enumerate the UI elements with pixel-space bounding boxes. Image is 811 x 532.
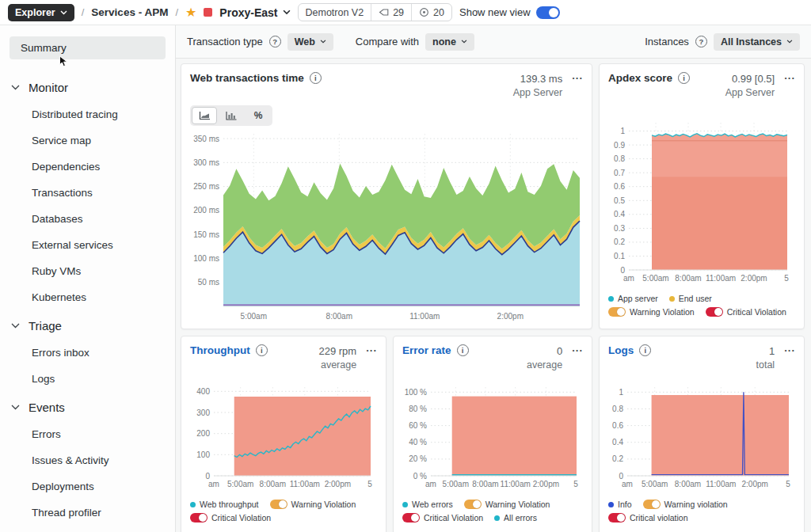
svg-text:0.2: 0.2: [614, 238, 625, 247]
info-icon[interactable]: i: [457, 344, 469, 356]
apdex-chart[interactable]: 00.10.20.30.40.50.60.70.80.91am5:00am8:0…: [608, 118, 795, 289]
svg-text:0.4: 0.4: [612, 439, 623, 447]
explorer-dropdown[interactable]: Explorer: [8, 4, 74, 21]
show-new-view-toggle[interactable]: [536, 6, 560, 19]
svg-text:11:00am: 11:00am: [501, 480, 531, 488]
sidebar-section-header-triage[interactable]: Triage: [0, 310, 175, 340]
svg-text:5:00am: 5:00am: [241, 312, 267, 321]
favorite-star-icon[interactable]: ★: [185, 6, 196, 19]
error-rate-title[interactable]: Error rate i: [402, 344, 469, 356]
legend-item[interactable]: All errors: [494, 513, 537, 522]
apdex-card: Apdex score i 0.99 [0.5] App Server ... …: [599, 63, 805, 329]
sidebar-item[interactable]: Issues & Activity: [0, 447, 175, 473]
info-icon[interactable]: i: [310, 72, 322, 84]
sidebar-item-summary[interactable]: Summary: [10, 36, 166, 59]
legend-item[interactable]: Critical Violation: [190, 513, 271, 522]
svg-text:20 %: 20 %: [409, 455, 427, 464]
legend-item[interactable]: Critical violation: [608, 513, 688, 522]
card-menu-button[interactable]: ...: [366, 344, 377, 352]
legend-item[interactable]: Warning violation: [643, 500, 728, 509]
web-transactions-chart[interactable]: 50 ms100 ms150 ms200 ms250 ms300 ms350 m…: [190, 127, 583, 327]
info-icon[interactable]: i: [639, 344, 651, 356]
svg-text:0.6: 0.6: [614, 183, 625, 192]
compare-with-dropdown[interactable]: none: [425, 33, 474, 51]
svg-text:0: 0: [205, 472, 210, 481]
info-icon[interactable]: i: [678, 72, 690, 84]
info-icon[interactable]: i: [256, 344, 268, 356]
error-rate-chart[interactable]: 0 %20 %40 %60 %80 %100 %am5:00am8:00am11…: [402, 382, 583, 495]
legend-item[interactable]: Warning Violation: [464, 500, 550, 509]
help-icon[interactable]: ?: [695, 36, 707, 48]
svg-text:100 %: 100 %: [405, 388, 427, 397]
violation-toggle-icon[interactable]: [608, 513, 626, 522]
sidebar-item[interactable]: Kubernetes: [0, 284, 175, 310]
sidebar-item[interactable]: Logs: [0, 366, 175, 392]
sidebar-item[interactable]: Ruby VMs: [0, 258, 175, 284]
legend-item[interactable]: Critical Violation: [402, 513, 483, 522]
sidebar-item[interactable]: Dependencies: [0, 154, 175, 180]
logs-card: Logs i 1 total ... 00.20.40.60.81am5:00a…: [599, 336, 805, 532]
legend-item[interactable]: Warning Violation: [608, 307, 695, 317]
chart-type-bar-button[interactable]: [219, 107, 244, 124]
sidebar-item[interactable]: Service map: [0, 127, 175, 154]
svg-text:1: 1: [619, 388, 623, 397]
violation-toggle-icon[interactable]: [608, 307, 626, 317]
help-icon[interactable]: ?: [269, 36, 281, 48]
card-menu-button[interactable]: ...: [572, 344, 583, 352]
apdex-value: 0.99 [0.5] App Server: [725, 72, 775, 99]
instances-dropdown[interactable]: All Instances: [714, 33, 800, 51]
chart-type-percent-button[interactable]: %: [246, 107, 271, 124]
show-new-view-label: Show new view: [459, 6, 531, 18]
violation-toggle-icon[interactable]: [190, 513, 208, 522]
account-segment[interactable]: Demotron V2: [299, 4, 371, 21]
card-menu-button[interactable]: ...: [784, 72, 795, 80]
sidebar-item[interactable]: Deployments: [0, 473, 175, 500]
tags-segment[interactable]: 29: [371, 4, 411, 21]
svg-text:2:00pm: 2:00pm: [741, 274, 767, 283]
throughput-title[interactable]: Throughput i: [190, 344, 268, 356]
sidebar-item[interactable]: Databases: [0, 206, 175, 232]
sidebar-section-header-monitor[interactable]: Monitor: [0, 72, 175, 101]
svg-text:1: 1: [620, 127, 625, 135]
transaction-type-dropdown[interactable]: Web: [287, 33, 333, 51]
logs-title[interactable]: Logs i: [608, 344, 651, 356]
card-menu-button[interactable]: ...: [572, 72, 583, 80]
sidebar-item[interactable]: Errors: [0, 421, 175, 447]
svg-text:0.1: 0.1: [614, 252, 625, 260]
sidebar-item[interactable]: Transactions: [0, 180, 175, 206]
svg-text:2:00pm: 2:00pm: [533, 480, 559, 488]
legend-item[interactable]: End user: [669, 294, 712, 303]
svg-text:100: 100: [196, 450, 210, 459]
legend-item[interactable]: Warning Violation: [270, 500, 356, 509]
violation-toggle-icon[interactable]: [464, 500, 482, 509]
violation-toggle-icon[interactable]: [402, 513, 420, 522]
svg-text:am: am: [425, 480, 436, 488]
svg-text:400: 400: [196, 387, 210, 396]
sidebar-item[interactable]: External services: [0, 232, 175, 258]
sidebar-item[interactable]: Thread profiler: [0, 500, 175, 526]
violation-toggle-icon[interactable]: [643, 500, 661, 509]
chevron-down-icon: [60, 10, 67, 15]
workloads-segment[interactable]: 20: [411, 4, 451, 21]
legend-item[interactable]: Critical Violation: [706, 307, 786, 317]
entity-dropdown[interactable]: Proxy-East: [219, 6, 290, 19]
card-menu-button[interactable]: ...: [784, 344, 795, 352]
violation-toggle-icon[interactable]: [270, 500, 287, 509]
svg-text:0: 0: [619, 472, 623, 481]
sidebar-item[interactable]: Errors inbox: [0, 340, 175, 366]
legend-item[interactable]: App server: [608, 294, 658, 303]
entity-status-square: [204, 8, 212, 17]
legend-item[interactable]: Web throughput: [190, 500, 259, 509]
legend-item[interactable]: Web errors: [402, 500, 453, 509]
chart-type-area-button[interactable]: [192, 107, 217, 124]
logs-chart[interactable]: 00.20.40.60.81am5:00am8:00am11:00am2:00p…: [608, 382, 795, 495]
violation-toggle-icon[interactable]: [706, 307, 723, 317]
legend-item[interactable]: Info: [608, 500, 632, 509]
logs-value: 1 total: [756, 344, 775, 371]
sidebar-section-header-events[interactable]: Events: [0, 392, 175, 421]
sidebar-item[interactable]: Distributed tracing: [0, 101, 175, 127]
breadcrumb[interactable]: Services - APM: [91, 6, 168, 18]
throughput-card: Throughput i 229 rpm average ... 0100200…: [181, 336, 386, 532]
throughput-chart[interactable]: 0100200300400am5:00am8:00am11:00am2:00pm…: [190, 382, 377, 495]
legend-dot-icon: [402, 502, 408, 507]
